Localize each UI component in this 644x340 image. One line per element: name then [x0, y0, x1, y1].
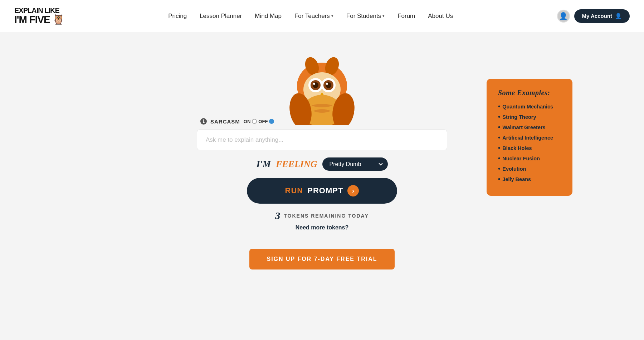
svg-point-12 — [326, 83, 328, 85]
need-tokens-link[interactable]: Need more tokens? — [296, 224, 348, 231]
nav-for-students[interactable]: For Students ▾ — [346, 13, 385, 20]
examples-list: Quantum Mechanics String Theory Walmart … — [498, 103, 561, 183]
nav-forum[interactable]: Forum — [397, 13, 415, 20]
examples-title: Some Examples: — [498, 89, 561, 97]
form-area: ℹ SARCASM ON OFF English Spanish French … — [197, 118, 447, 269]
user-icon: 👤 — [559, 12, 568, 20]
run-prompt-button[interactable]: RUN PROMPT › — [247, 178, 397, 204]
search-row — [197, 130, 447, 150]
list-item[interactable]: Artificial Intelligence — [498, 134, 561, 141]
logo-line1: EXPLAIN LIKE — [14, 6, 64, 14]
tokens-label: TOKENS REMAINING TODAY — [284, 213, 369, 219]
sarcasm-off-label: OFF — [258, 119, 268, 124]
svg-point-8 — [313, 83, 315, 85]
examples-box: Some Examples: Quantum Mechanics String … — [487, 79, 572, 196]
avatar: 👤 — [557, 10, 570, 23]
owl-image — [272, 39, 372, 125]
chevron-down-icon: ▾ — [331, 14, 333, 18]
list-item[interactable]: Nuclear Fusion — [498, 155, 561, 162]
signup-button[interactable]: SIGN UP FOR 7-DAY FREE TRIAL — [249, 249, 394, 269]
feeling-label: FEELING — [276, 159, 317, 170]
list-item[interactable]: Evolution — [498, 165, 561, 173]
nav-pricing[interactable]: Pricing — [168, 13, 187, 20]
prompt-word: PROMPT — [307, 186, 343, 195]
nav-for-teachers[interactable]: For Teachers ▾ — [294, 13, 333, 20]
main-nav: Pricing Lesson Planner Mind Map For Teac… — [168, 13, 453, 20]
main-content: Some Examples: Quantum Mechanics String … — [0, 32, 644, 269]
sarcasm-label: SARCASM — [210, 118, 240, 125]
list-item[interactable]: Quantum Mechanics — [498, 103, 561, 110]
feeling-row: I'M FEELING Pretty Dumb Somewhat Smart V… — [256, 157, 387, 171]
sarcasm-on-label: ON — [244, 119, 251, 124]
user-icon-btn: 👤 — [615, 13, 622, 19]
list-item[interactable]: String Theory — [498, 113, 561, 121]
nav-about-us[interactable]: About Us — [428, 13, 453, 20]
sarcasm-toggle[interactable]: ON OFF — [244, 119, 275, 124]
list-item[interactable]: Walmart Greeters — [498, 123, 561, 131]
chevron-down-icon: ▾ — [382, 14, 385, 18]
sarcasm-on-radio[interactable] — [252, 119, 257, 124]
logo[interactable]: EXPLAIN LIKE I'M FIVE 🦉 — [14, 6, 64, 25]
logo-owl-icon: 🦉 — [52, 14, 64, 25]
nav-mind-map[interactable]: Mind Map — [255, 13, 282, 20]
my-account-button[interactable]: My Account 👤 — [574, 9, 630, 23]
feeling-select[interactable]: Pretty Dumb Somewhat Smart Very Smart Ge… — [322, 157, 388, 171]
search-input[interactable] — [197, 130, 447, 150]
logo-line2: I'M FIVE — [14, 14, 50, 25]
list-item[interactable]: Black Holes — [498, 144, 561, 152]
sarcasm-info-icon[interactable]: ℹ — [200, 118, 207, 125]
im-label: I'M — [256, 159, 270, 170]
run-word: RUN — [285, 186, 303, 195]
nav-lesson-planner[interactable]: Lesson Planner — [200, 13, 242, 20]
arrow-icon: › — [347, 185, 359, 196]
tokens-row: 3 TOKENS REMAINING TODAY — [275, 210, 369, 222]
top-bar: EXPLAIN LIKE I'M FIVE 🦉 Pricing Lesson P… — [0, 0, 644, 32]
list-item[interactable]: Jelly Beans — [498, 175, 561, 183]
sarcasm-control: ℹ SARCASM ON OFF — [200, 118, 275, 125]
tokens-count: 3 — [275, 210, 280, 222]
